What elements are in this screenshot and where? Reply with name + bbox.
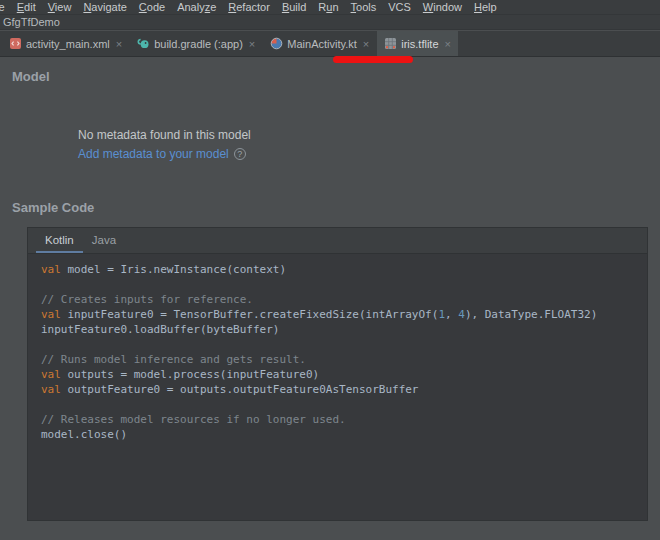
kotlin-class-icon [270,37,283,50]
language-tabs: KotlinJava [28,228,647,254]
menu-tools[interactable]: Tools [345,1,383,13]
code-line: inputFeature0.loadBuffer(byteBuffer) [41,322,647,337]
menu-navigate[interactable]: Navigate [77,1,132,13]
android-studio-window: FileEditViewNavigateCodeAnalyzeRefactorB… [0,0,660,540]
tab-java[interactable]: Java [83,228,125,253]
code-area: val model = Iris.newInstance(context) //… [28,254,647,520]
model-section-title: Model [12,69,50,84]
menu-file[interactable]: File [0,1,11,13]
no-metadata-message: No metadata found in this model [78,128,251,142]
navigation-bar: GfgTfDemo [0,15,660,30]
code-line: val model = Iris.newInstance(context) [41,262,647,277]
code-line [41,337,647,352]
model-viewer-panel: Model No metadata found in this model Ad… [0,57,660,540]
tab-kotlin[interactable]: Kotlin [36,228,83,253]
editor-tab-mainactivity-kt[interactable]: MainActivity.kt× [263,31,376,56]
editor-tab-activity-main-xml[interactable]: activity_main.xml× [2,31,129,56]
code-line: // Runs model inference and gets result. [41,352,647,367]
menu-refactor[interactable]: Refactor [222,1,276,13]
code-line [41,397,647,412]
code-line: model.close() [41,427,647,442]
red-underline-annotation [333,56,413,63]
breadcrumb-project[interactable]: GfgTfDemo [0,16,60,28]
menu-edit[interactable]: Edit [11,1,42,13]
menu-help[interactable]: Help [468,1,503,13]
close-icon[interactable]: × [363,38,369,50]
code-line [41,277,647,292]
sample-code-card: KotlinJava val model = Iris.newInstance(… [27,227,648,521]
code-line: // Releases model resources if no longer… [41,412,647,427]
close-icon[interactable]: × [116,38,122,50]
menu-run[interactable]: Run [312,1,344,13]
menu-view[interactable]: View [42,1,78,13]
code-line: val inputFeature0 = TensorBuffer.createF… [41,307,647,322]
help-icon[interactable]: ? [234,148,246,160]
tab-label: MainActivity.kt [287,38,356,50]
android-layout-icon [9,37,22,50]
close-icon[interactable]: × [249,38,255,50]
add-metadata-link[interactable]: Add metadata to your model [78,147,229,161]
editor-tabstrip: activity_main.xml×build.gradle (:app)×Ma… [0,31,660,57]
sample-code-section-title: Sample Code [12,200,94,215]
metadata-block: No metadata found in this model Add meta… [78,128,251,161]
menu-vcs[interactable]: VCS [382,1,417,13]
tab-label: iris.tflite [401,38,438,50]
tab-label: build.gradle (:app) [154,38,243,50]
editor-tab-iris-tflite[interactable]: iris.tflite× [377,31,458,56]
tab-label: activity_main.xml [26,38,110,50]
close-icon[interactable]: × [445,38,451,50]
menu-build[interactable]: Build [276,1,312,13]
tflite-model-icon [384,37,397,50]
menu-analyze[interactable]: Analyze [171,1,222,13]
code-line: val outputs = model.process(inputFeature… [41,367,647,382]
gradle-icon [137,37,150,50]
menu-code[interactable]: Code [133,1,171,13]
code-line: val outputFeature0 = outputs.outputFeatu… [41,382,647,397]
menubar: FileEditViewNavigateCodeAnalyzeRefactorB… [0,0,660,15]
menu-window[interactable]: Window [417,1,468,13]
code-line: // Creates inputs for reference. [41,292,647,307]
editor-tab-build-gradle-app[interactable]: build.gradle (:app)× [130,31,262,56]
